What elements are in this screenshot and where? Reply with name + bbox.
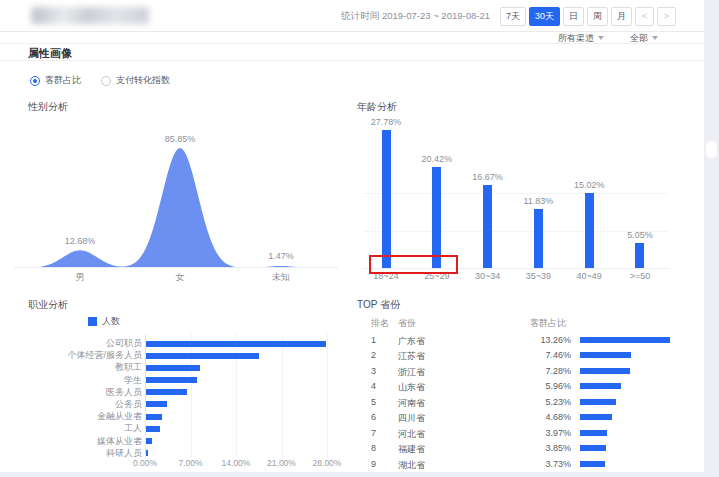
age-value-label: 15.02% [574, 180, 605, 190]
occupation-row: 公司职员 [28, 339, 358, 348]
rank-cell: 9 [371, 459, 376, 469]
red-annotation-box [369, 255, 458, 274]
occupation-label: 公司职员 [28, 337, 142, 350]
bar [382, 130, 391, 268]
bar [580, 368, 630, 374]
bar [146, 389, 187, 395]
range-week-button[interactable]: 周 [587, 7, 608, 26]
axis-tick-label: 7.00% [178, 458, 202, 468]
occupation-label: 媒体从业者 [28, 435, 142, 448]
province-cell: 四川省 [398, 412, 425, 425]
bar [580, 445, 606, 451]
bar [534, 209, 543, 268]
age-value-label: 20.42% [422, 154, 453, 164]
radio-label: 客群占比 [45, 74, 81, 87]
gender-axis-line [14, 267, 338, 268]
provinces-table-body: 1广东省13.26% 2江苏省7.46% 3浙江省7.28% 4山东省5.96%… [357, 332, 707, 471]
share-cell: 3.85% [497, 443, 571, 453]
range-day-button[interactable]: 日 [563, 7, 584, 26]
scope-filter-dropdown[interactable]: 全部 [630, 32, 658, 45]
bar [146, 450, 148, 456]
next-period-button[interactable]: > [657, 7, 676, 26]
age-category-label: 40~49 [569, 271, 609, 281]
rank-cell: 5 [371, 397, 376, 407]
share-cell: 3.97% [497, 428, 571, 438]
bar [483, 185, 492, 268]
bar [580, 383, 621, 389]
share-cell: 7.46% [497, 350, 571, 360]
occupation-row: 媒体从业者 [28, 437, 358, 446]
column-header-share: 客群占比 [530, 317, 566, 330]
scope-filter-label: 全部 [630, 32, 648, 45]
bar [146, 426, 160, 432]
occupation-label: 医务人员 [28, 386, 142, 399]
age-category-label: 30~34 [468, 271, 508, 281]
page-background-strip [0, 472, 704, 477]
stat-time-label: 统计时间 2019-07-23 ~ 2019-08-21 [341, 10, 490, 23]
age-bar-column: 15.02% [569, 180, 609, 268]
rank-cell: 8 [371, 443, 376, 453]
share-cell: 3.73% [497, 459, 571, 469]
occupation-row: 科研人员 [28, 449, 358, 458]
province-cell: 广东省 [398, 335, 425, 348]
scrollbar-thumb[interactable] [706, 141, 717, 158]
occupation-label: 工人 [28, 422, 142, 435]
age-bar-chart: 27.78% 20.42% 16.67% 11.83% 15.02% 5.05% [366, 118, 660, 268]
table-row: 7河北省3.97% [357, 425, 707, 440]
occupation-label: 金融从业者 [28, 410, 142, 423]
channel-filter-dropdown[interactable]: 所有渠道 [558, 32, 604, 45]
redacted-logo [31, 7, 149, 24]
rank-cell: 2 [371, 350, 376, 360]
gender-category-label: 女 [176, 271, 185, 284]
legend-label: 人数 [102, 315, 120, 328]
occupation-row: 公务员 [28, 400, 358, 409]
share-cell: 5.96% [497, 381, 571, 391]
bar [580, 337, 670, 343]
axis-tick-label: 0.00% [133, 458, 157, 468]
province-cell: 福建省 [398, 443, 425, 456]
radio-customer-share[interactable]: 客群占比 [30, 74, 81, 87]
table-row: 1广东省13.26% [357, 332, 707, 347]
radio-label: 支付转化指数 [116, 74, 170, 87]
radio-selected-icon [30, 76, 40, 86]
gender-value-label: 85.85% [165, 134, 196, 144]
age-panel-title: 年龄分析 [357, 100, 397, 114]
table-row: 9湖北省3.73% [357, 456, 707, 471]
table-row: 4山东省5.96% [357, 378, 707, 393]
rank-cell: 1 [371, 335, 376, 345]
bar [580, 352, 631, 358]
occupation-panel-title: 职业分析 [28, 298, 68, 312]
rank-cell: 6 [371, 412, 376, 422]
range-30d-button[interactable]: 30天 [529, 7, 560, 26]
table-row: 5河南省5.23% [357, 394, 707, 409]
channel-filter-label: 所有渠道 [558, 32, 594, 45]
province-cell: 山东省 [398, 381, 425, 394]
age-value-label: 27.78% [371, 117, 402, 127]
occupation-legend: 人数 [88, 315, 120, 328]
filterbar: 所有渠道 全部 [0, 33, 704, 44]
table-row: 8福建省3.85% [357, 440, 707, 455]
metric-radio-group: 客群占比 支付转化指数 [30, 74, 170, 87]
share-cell: 5.23% [497, 397, 571, 407]
age-bar-column: 11.83% [518, 196, 558, 268]
occupation-row: 医务人员 [28, 388, 358, 397]
age-category-label: >=50 [620, 271, 660, 281]
bar [580, 430, 607, 436]
scrollbar-track[interactable] [704, 0, 719, 477]
bar [146, 414, 162, 420]
bar [585, 193, 594, 268]
radio-payment-conversion[interactable]: 支付转化指数 [101, 74, 170, 87]
rank-cell: 4 [371, 381, 376, 391]
rank-cell: 3 [371, 366, 376, 376]
topbar-controls: 统计时间 2019-07-23 ~ 2019-08-21 7天 30天 日 周 … [341, 0, 676, 32]
age-bar-column: 16.67% [468, 172, 508, 268]
occupation-label: 个体经营/服务人员 [28, 349, 142, 362]
occupation-label: 教职工 [28, 361, 142, 374]
section-divider [0, 60, 704, 61]
radio-unselected-icon [101, 76, 111, 86]
gender-value-label: 1.47% [268, 251, 294, 261]
range-month-button[interactable]: 月 [611, 7, 632, 26]
prev-period-button[interactable]: < [635, 7, 654, 26]
range-7d-button[interactable]: 7天 [500, 7, 526, 26]
bar [432, 167, 441, 269]
